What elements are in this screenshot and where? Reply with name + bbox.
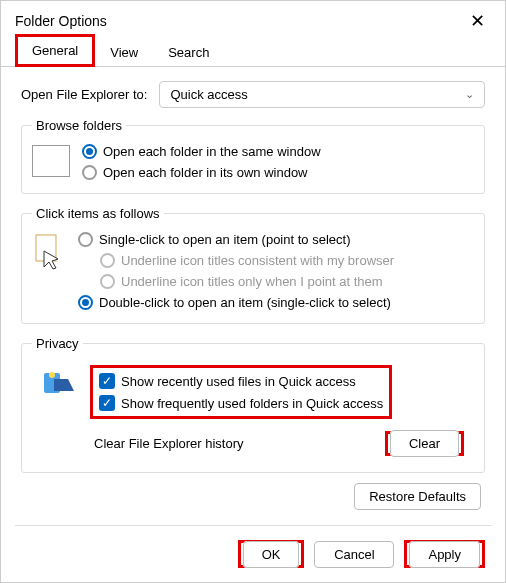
chevron-down-icon: ⌄ [465, 88, 474, 101]
privacy-group: Privacy ✓ Show recently used files in Qu… [21, 336, 485, 473]
restore-row: Restore Defaults [21, 487, 485, 505]
radio-underline-browser-label: Underline icon titles consistent with my… [121, 253, 394, 268]
radio-single-click[interactable]: Single-click to open an item (point to s… [78, 229, 474, 250]
privacy-highlight: ✓ Show recently used files in Quick acce… [90, 365, 392, 419]
tab-search[interactable]: Search [153, 38, 224, 67]
radio-underline-point: Underline icon titles only when I point … [78, 271, 474, 292]
checkbox-icon: ✓ [99, 395, 115, 411]
check-recent-files[interactable]: ✓ Show recently used files in Quick acce… [95, 370, 387, 392]
ok-highlight: OK [238, 540, 305, 568]
cancel-button[interactable]: Cancel [314, 541, 394, 568]
apply-highlight: Apply [404, 540, 485, 568]
radio-own-window[interactable]: Open each folder in its own window [82, 162, 474, 183]
radio-double-click[interactable]: Double-click to open an item (single-cli… [78, 292, 474, 313]
radio-same-window[interactable]: Open each folder in the same window [82, 141, 474, 162]
close-icon[interactable]: ✕ [462, 8, 493, 34]
folder-options-dialog: Folder Options ✕ General View Search Ope… [0, 0, 506, 583]
cursor-icon [32, 233, 66, 271]
browse-folders-legend: Browse folders [32, 118, 126, 133]
folder-icon [32, 145, 70, 177]
clear-highlight: Clear [385, 431, 464, 456]
radio-double-click-label: Double-click to open an item (single-cli… [99, 295, 391, 310]
apply-button[interactable]: Apply [409, 541, 480, 568]
tab-view-label: View [110, 45, 138, 60]
radio-icon [78, 295, 93, 310]
clear-button[interactable]: Clear [390, 430, 459, 457]
tab-general[interactable]: General [15, 34, 95, 67]
clear-history-row: Clear File Explorer history Clear [90, 431, 464, 456]
radio-icon [82, 144, 97, 159]
check-recent-files-label: Show recently used files in Quick access [121, 374, 356, 389]
checkbox-icon: ✓ [99, 373, 115, 389]
svg-marker-3 [54, 379, 74, 391]
radio-underline-browser: Underline icon titles consistent with my… [78, 250, 474, 271]
tab-general-label: General [32, 43, 78, 58]
tab-strip: General View Search [1, 37, 505, 67]
titlebar: Folder Options ✕ [1, 1, 505, 37]
content-area: Open File Explorer to: Quick access ⌄ Br… [1, 67, 505, 515]
open-explorer-label: Open File Explorer to: [21, 87, 147, 102]
radio-icon [100, 274, 115, 289]
ok-button[interactable]: OK [243, 541, 300, 568]
window-title: Folder Options [15, 13, 107, 29]
radio-own-window-label: Open each folder in its own window [103, 165, 308, 180]
dialog-buttons: OK Cancel Apply [238, 540, 485, 568]
radio-icon [82, 165, 97, 180]
divider [15, 525, 491, 526]
radio-icon [78, 232, 93, 247]
tab-view[interactable]: View [95, 38, 153, 67]
check-frequent-folders-label: Show frequently used folders in Quick ac… [121, 396, 383, 411]
privacy-icon [42, 369, 78, 401]
open-explorer-row: Open File Explorer to: Quick access ⌄ [21, 81, 485, 108]
clear-history-label: Clear File Explorer history [94, 436, 244, 451]
click-items-legend: Click items as follows [32, 206, 164, 221]
browse-folders-group: Browse folders Open each folder in the s… [21, 118, 485, 194]
tab-search-label: Search [168, 45, 209, 60]
radio-icon [100, 253, 115, 268]
radio-underline-point-label: Underline icon titles only when I point … [121, 274, 383, 289]
radio-single-click-label: Single-click to open an item (point to s… [99, 232, 350, 247]
privacy-legend: Privacy [32, 336, 83, 351]
click-items-group: Click items as follows Single-click to o… [21, 206, 485, 324]
radio-same-window-label: Open each folder in the same window [103, 144, 321, 159]
svg-point-4 [49, 372, 55, 378]
open-explorer-value: Quick access [170, 87, 247, 102]
open-explorer-dropdown[interactable]: Quick access ⌄ [159, 81, 485, 108]
restore-defaults-button[interactable]: Restore Defaults [354, 483, 481, 510]
check-frequent-folders[interactable]: ✓ Show frequently used folders in Quick … [95, 392, 387, 414]
